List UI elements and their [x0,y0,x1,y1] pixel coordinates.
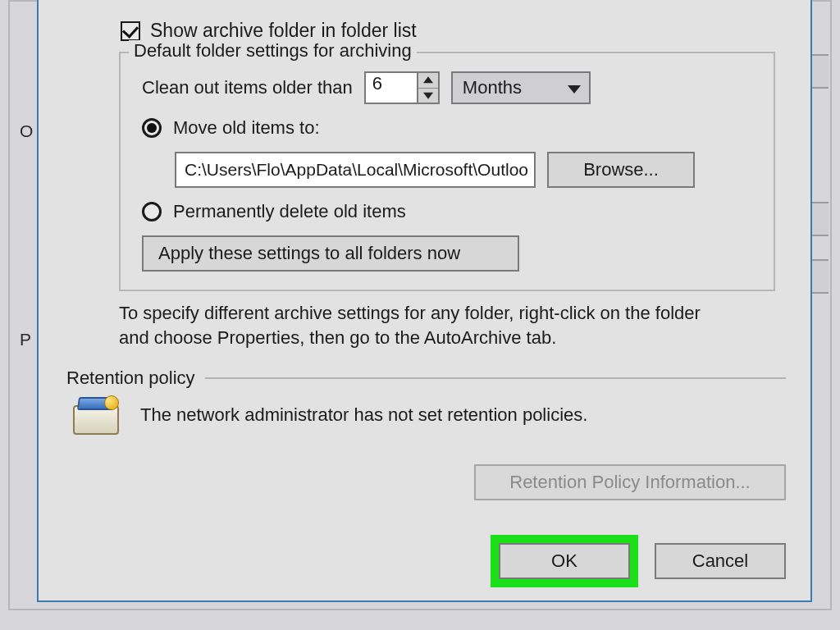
dialog-footer: OK Cancel [63,543,786,579]
cancel-button[interactable]: Cancel [655,543,786,579]
move-old-items-label: Move old items to: [173,117,320,139]
retention-policy-info-button: Retention Policy Information... [474,464,786,500]
parent-section-label-1: O [20,121,33,141]
apply-all-row: Apply these settings to all folders now [142,235,752,272]
cleanout-label: Clean out items older than [142,77,353,98]
parent-hidden-button-2[interactable] [812,202,829,236]
cleanout-number-stepper: 6 [364,71,440,104]
retention-message-row: The network administrator has not set re… [73,395,786,435]
permanently-delete-radio[interactable] [142,202,162,221]
default-folder-settings-group: Default folder settings for archiving Cl… [119,52,775,291]
show-archive-folder-label: Show archive folder in folder list [150,20,417,42]
retention-section-title: Retention policy [66,368,195,389]
parent-hidden-button-3[interactable] [812,259,829,294]
cleanout-row: Clean out items older than 6 Months [142,71,752,104]
ok-button[interactable]: OK [499,543,630,579]
retention-info-row: Retention Policy Information... [63,464,786,500]
move-old-items-radio[interactable] [142,118,162,138]
move-path-row: C:\Users\Flo\AppData\Local\Microsoft\Out… [175,152,752,188]
permanently-delete-label: Permanently delete old items [173,201,406,222]
retention-section-header: Retention policy [66,368,786,389]
move-radio-row: Move old items to: [142,117,752,139]
autoarchive-dialog: Show archive folder in folder list Defau… [37,0,812,602]
retention-section-rule [205,377,786,379]
cleanout-unit-value: Months [463,77,522,98]
show-archive-folder-checkbox[interactable] [121,21,140,41]
default-folder-settings-legend: Default folder settings for archiving [129,40,417,62]
apply-all-folders-button[interactable]: Apply these settings to all folders now [142,235,519,272]
cleanout-number-input[interactable]: 6 [364,71,417,104]
show-archive-folder-row: Show archive folder in folder list [121,20,786,42]
delete-radio-row: Permanently delete old items [142,201,752,222]
parent-hidden-button-1[interactable] [812,54,829,89]
move-path-input[interactable]: C:\Users\Flo\AppData\Local\Microsoft\Out… [175,152,536,188]
cleanout-spin-up[interactable] [418,73,438,89]
archive-help-text: To specify different archive settings fo… [119,301,710,349]
cleanout-unit-select[interactable]: Months [451,71,591,104]
retention-message: The network administrator has not set re… [140,404,587,426]
chevron-down-icon [568,85,581,94]
cleanout-spinner [417,71,440,104]
parent-section-label-2: P [20,330,31,349]
cleanout-spin-down[interactable] [418,89,438,103]
browse-button[interactable]: Browse... [547,152,695,188]
retention-policy-icon [73,395,122,435]
